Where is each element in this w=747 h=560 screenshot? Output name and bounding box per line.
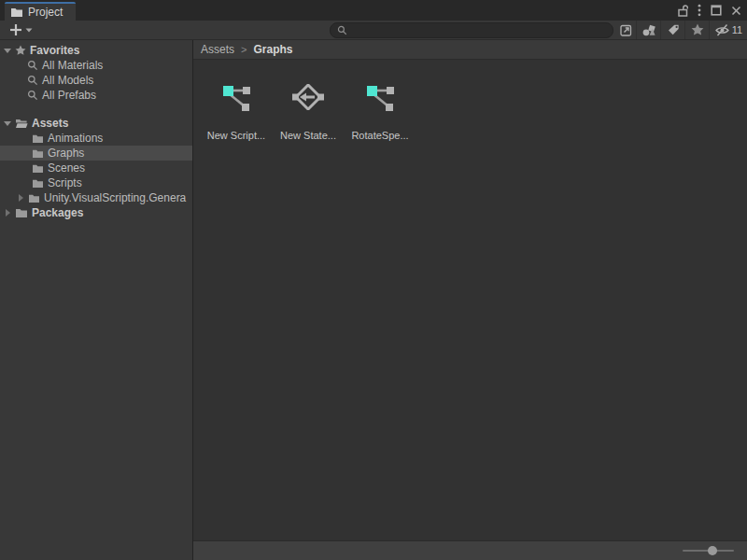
search-by-label-button[interactable] — [660, 21, 684, 39]
chevron-down-icon[interactable] — [4, 49, 11, 53]
add-icon — [9, 23, 22, 36]
asset-grid: New Script... New State... RotateSpe... — [193, 60, 747, 540]
sidebar-item-scenes[interactable]: Scenes — [0, 161, 192, 175]
zoom-slider-thumb[interactable] — [708, 546, 717, 555]
asset-item-new-script[interactable]: New Script... — [206, 80, 266, 141]
hidden-count: 11 — [732, 24, 742, 35]
search-input[interactable] — [352, 24, 606, 35]
sidebar-label: Scenes — [48, 161, 85, 175]
project-toolbar: 11 — [0, 21, 747, 40]
type-filter-icon — [641, 23, 656, 37]
folder-icon — [32, 178, 44, 189]
open-in-search-button[interactable] — [615, 21, 636, 39]
save-search-button[interactable] — [684, 21, 709, 39]
state-graph-icon — [291, 80, 325, 114]
script-graph-icon — [219, 80, 253, 114]
chevron-right-icon[interactable] — [6, 209, 10, 217]
tab-label: Project — [28, 6, 63, 19]
zoom-slider[interactable] — [683, 550, 734, 552]
search-icon — [27, 75, 38, 86]
star-icon — [691, 23, 704, 36]
folder-icon — [15, 207, 28, 218]
label-filter-icon — [667, 23, 680, 36]
tab-project[interactable]: Project — [5, 2, 76, 21]
sidebar-label: Graphs — [48, 147, 84, 160]
breadcrumb-current[interactable]: Graphs — [253, 43, 292, 56]
sidebar-label: Favorites — [30, 44, 79, 57]
search-icon — [337, 25, 347, 35]
asset-item-rotatespeed[interactable]: RotateSpe... — [350, 80, 410, 141]
sidebar-label: All Prefabs — [42, 89, 96, 102]
sidebar-item-all-materials[interactable]: All Materials — [0, 58, 192, 73]
chevron-right-icon[interactable] — [19, 194, 23, 202]
close-icon[interactable] — [731, 6, 741, 16]
folder-icon — [28, 193, 40, 203]
asset-browser-panel: Assets > Graphs New Script... New State.… — [193, 40, 747, 560]
folder-open-icon — [15, 118, 28, 129]
sidebar-label: All Models — [42, 74, 93, 87]
sidebar-label: Scripts — [48, 176, 82, 189]
sidebar-item-graphs[interactable]: Graphs — [0, 146, 192, 161]
sidebar-section-favorites[interactable]: Favorites — [0, 43, 192, 58]
sidebar-label: Animations — [48, 132, 103, 145]
sidebar-item-all-prefabs[interactable]: All Prefabs — [0, 88, 192, 103]
folder-icon — [32, 148, 44, 159]
sidebar-label: Assets — [32, 117, 68, 130]
window-tab-bar: Project — [0, 0, 747, 21]
hidden-count-toggle[interactable]: 11 — [709, 21, 747, 39]
star-icon — [15, 45, 26, 56]
search-icon — [27, 90, 38, 101]
eye-off-icon — [714, 23, 730, 36]
chevron-down-icon[interactable] — [4, 121, 11, 126]
sidebar-label: Packages — [32, 206, 83, 219]
project-tree-sidebar: Favorites All Materials All Models All P… — [0, 40, 193, 560]
sidebar-label: Unity.VisualScripting.Genera — [44, 191, 186, 204]
search-field[interactable] — [330, 22, 613, 38]
kebab-menu-icon[interactable] — [698, 4, 701, 17]
status-bar — [193, 540, 747, 560]
sidebar-item-animations[interactable]: Animations — [0, 131, 192, 146]
folder-icon — [32, 133, 44, 144]
sidebar-label: All Materials — [42, 59, 103, 72]
lock-open-icon[interactable] — [677, 4, 688, 17]
asset-label: RotateSpe... — [351, 130, 408, 141]
open-in-search-icon — [619, 23, 633, 37]
caret-down-icon — [25, 28, 33, 33]
search-by-type-button[interactable] — [636, 21, 660, 39]
sidebar-section-assets[interactable]: Assets — [0, 116, 192, 131]
script-graph-icon — [363, 80, 397, 114]
sidebar-item-all-models[interactable]: All Models — [0, 73, 192, 88]
asset-item-new-state[interactable]: New State... — [278, 80, 338, 141]
asset-label: New State... — [280, 130, 336, 141]
folder-icon — [32, 163, 44, 174]
sidebar-item-unity-visualscripting[interactable]: Unity.VisualScripting.Genera — [0, 190, 192, 205]
create-add-button[interactable] — [6, 21, 36, 39]
folder-icon — [10, 7, 23, 18]
breadcrumb-separator: > — [241, 44, 247, 55]
asset-label: New Script... — [207, 130, 265, 141]
sidebar-section-packages[interactable]: Packages — [0, 205, 192, 220]
breadcrumb-root[interactable]: Assets — [201, 43, 234, 56]
search-icon — [27, 60, 38, 71]
breadcrumb: Assets > Graphs — [193, 40, 747, 60]
maximize-icon[interactable] — [711, 5, 722, 16]
sidebar-item-scripts[interactable]: Scripts — [0, 175, 192, 190]
